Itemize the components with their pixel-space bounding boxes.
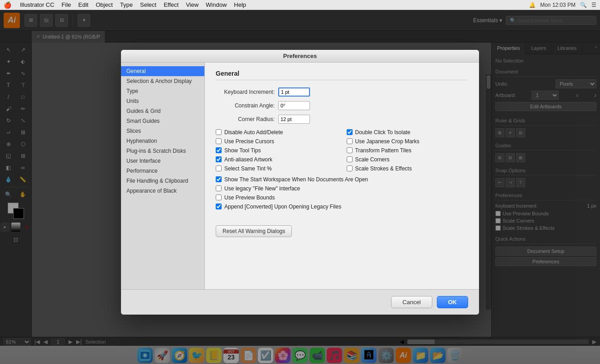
corner-radius-input[interactable] <box>278 115 310 124</box>
checkbox-append-converted: Append [Converted] Upon Opening Legacy F… <box>216 204 468 210</box>
dialog-sidebar: General Selection & Anchor Display Type … <box>121 63 205 289</box>
checkbox-use-legacy-file-new: Use legacy "File New" interface <box>216 185 468 192</box>
use-legacy-file-new-label[interactable]: Use legacy "File New" interface <box>224 185 300 192</box>
use-legacy-file-new-checkbox[interactable] <box>216 185 222 191</box>
apple-menu[interactable]: 🍎 <box>4 1 11 9</box>
checkbox-select-same-tint: Select Same Tint % <box>216 165 338 172</box>
checkbox-use-preview-bounds: Use Preview Bounds <box>216 194 468 201</box>
sidebar-item-type[interactable]: Type <box>121 86 204 96</box>
checkboxes-section: Disable Auto Add/Delete Double Click To … <box>216 129 468 172</box>
checkbox-anti-aliased: Anti-aliased Artwork <box>216 156 338 163</box>
dialog-section-title: General <box>216 70 468 80</box>
checkbox-use-japanese-crop: Use Japanese Crop Marks <box>347 138 469 145</box>
sidebar-item-plugins[interactable]: Plug-ins & Scratch Disks <box>121 146 204 156</box>
dialog-overlay: Preferences General Selection & Anchor D… <box>0 0 600 364</box>
show-start-workspace-checkbox[interactable] <box>216 176 222 182</box>
sidebar-item-slices[interactable]: Slices <box>121 126 204 136</box>
sidebar-item-ui[interactable]: User Interface <box>121 156 204 166</box>
append-converted-label[interactable]: Append [Converted] Upon Opening Legacy F… <box>224 204 341 210</box>
use-precise-cursors-label[interactable]: Use Precise Cursors <box>224 138 274 145</box>
wide-checkboxes: Show The Start Workspace When No Documen… <box>216 176 468 210</box>
keyboard-incr-field-label: Keyboard Increment: <box>216 89 275 95</box>
scale-corners-dialog-label[interactable]: Scale Corners <box>355 156 390 163</box>
transform-pattern-label[interactable]: Transform Pattern Tiles <box>355 147 411 154</box>
menu-edit[interactable]: Edit <box>75 1 92 9</box>
dialog-footer: Cancel OK <box>121 289 479 315</box>
anti-aliased-label[interactable]: Anti-aliased Artwork <box>224 156 272 163</box>
constrain-angle-field-row: Constrain Angle: <box>216 101 468 110</box>
preferences-dialog: Preferences General Selection & Anchor D… <box>121 50 479 315</box>
menu-items: Illustrator CC File Edit Object Type Sel… <box>17 1 529 9</box>
sidebar-item-units[interactable]: Units <box>121 96 204 106</box>
use-preview-bounds-dialog-checkbox[interactable] <box>216 194 222 200</box>
sidebar-item-guides[interactable]: Guides & Grid <box>121 106 204 116</box>
cancel-btn[interactable]: Cancel <box>391 296 432 308</box>
checkbox-show-tool-tips: Show Tool Tips <box>216 147 338 154</box>
sidebar-item-file-handling[interactable]: File Handling & Clipboard <box>121 176 204 186</box>
use-japanese-crop-checkbox[interactable] <box>347 138 353 144</box>
show-start-workspace-label[interactable]: Show The Start Workspace When No Documen… <box>224 176 368 183</box>
menu-app-name[interactable]: Illustrator CC <box>17 1 58 9</box>
scale-corners-dialog-checkbox[interactable] <box>347 156 353 162</box>
dialog-titlebar: Preferences <box>121 50 479 63</box>
transform-pattern-checkbox[interactable] <box>347 147 353 153</box>
reset-btn-container: Reset All Warning Dialogs <box>216 216 468 237</box>
anti-aliased-checkbox[interactable] <box>216 156 222 162</box>
checkbox-scale-corners: Scale Corners <box>347 156 469 163</box>
ok-btn[interactable]: OK <box>437 296 469 308</box>
use-preview-bounds-dialog-label[interactable]: Use Preview Bounds <box>224 194 275 201</box>
sidebar-item-appearance[interactable]: Appearance of Black <box>121 186 204 196</box>
select-same-tint-label[interactable]: Select Same Tint % <box>224 165 272 172</box>
notification-icon[interactable]: 🔔 <box>529 2 536 8</box>
checkbox-disable-auto-add: Disable Auto Add/Delete <box>216 129 338 136</box>
constrain-angle-input[interactable] <box>278 101 310 110</box>
double-click-isolate-checkbox[interactable] <box>347 129 353 135</box>
sidebar-item-general[interactable]: General <box>121 66 204 76</box>
dialog-title: Preferences <box>283 53 317 59</box>
use-precise-cursors-checkbox[interactable] <box>216 138 222 144</box>
menu-bar: 🍎 Illustrator CC File Edit Object Type S… <box>0 0 600 10</box>
search-icon[interactable]: 🔍 <box>580 2 587 8</box>
scale-strokes-dialog-checkbox[interactable] <box>347 165 353 171</box>
double-click-isolate-label[interactable]: Double Click To Isolate <box>355 129 411 136</box>
show-tool-tips-checkbox[interactable] <box>216 147 222 153</box>
corner-radius-field-row: Corner Radius: <box>216 115 468 124</box>
sidebar-item-selection[interactable]: Selection & Anchor Display <box>121 76 204 86</box>
checkbox-double-click-isolate: Double Click To Isolate <box>347 129 469 136</box>
menu-type[interactable]: Type <box>117 1 136 9</box>
menu-bar-right: 🔔 Mon 12:03 PM 🔍 ☰ <box>529 2 596 8</box>
dialog-main: General Keyboard Increment: Constrain An… <box>205 63 479 289</box>
sidebar-item-hyphenation[interactable]: Hyphenation <box>121 136 204 146</box>
show-tool-tips-label[interactable]: Show Tool Tips <box>224 147 261 154</box>
menu-effect[interactable]: Effect <box>160 1 182 9</box>
menu-object[interactable]: Object <box>92 1 116 9</box>
menu-select[interactable]: Select <box>137 1 160 9</box>
keyboard-incr-field-row: Keyboard Increment: <box>216 87 468 97</box>
disable-auto-add-checkbox[interactable] <box>216 129 222 135</box>
sidebar-item-performance[interactable]: Performance <box>121 166 204 176</box>
sidebar-item-smart-guides[interactable]: Smart Guides <box>121 116 204 126</box>
menu-window[interactable]: Window <box>203 1 230 9</box>
checkbox-transform-pattern: Transform Pattern Tiles <box>347 147 469 154</box>
reset-warning-dialogs-btn[interactable]: Reset All Warning Dialogs <box>216 225 292 237</box>
clock: Mon 12:03 PM <box>540 2 576 8</box>
select-same-tint-checkbox[interactable] <box>216 165 222 171</box>
scale-strokes-dialog-label[interactable]: Scale Strokes & Effects <box>355 165 412 172</box>
dialog-body: General Selection & Anchor Display Type … <box>121 63 479 289</box>
checkbox-scale-strokes: Scale Strokes & Effects <box>347 165 469 172</box>
menu-help[interactable]: Help <box>231 1 249 9</box>
controls-icon[interactable]: ☰ <box>591 2 596 8</box>
append-converted-checkbox[interactable] <box>216 204 222 209</box>
disable-auto-add-label[interactable]: Disable Auto Add/Delete <box>224 129 283 136</box>
corner-radius-label: Corner Radius: <box>216 116 275 122</box>
use-japanese-crop-label[interactable]: Use Japanese Crop Marks <box>355 138 420 145</box>
checkbox-show-start-workspace: Show The Start Workspace When No Documen… <box>216 176 468 183</box>
keyboard-incr-field-input[interactable] <box>278 87 310 97</box>
checkbox-use-precise-cursors: Use Precise Cursors <box>216 138 338 145</box>
menu-view[interactable]: View <box>183 1 202 9</box>
constrain-angle-label: Constrain Angle: <box>216 102 275 109</box>
menu-file[interactable]: File <box>58 1 74 9</box>
